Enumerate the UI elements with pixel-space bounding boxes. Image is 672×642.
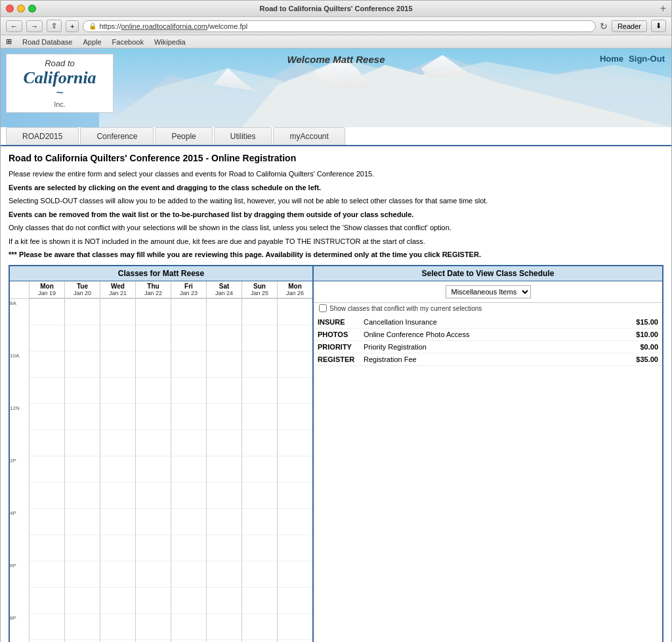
item-name-2: Priority Registration [360, 341, 599, 353]
time-blank-5 [10, 535, 29, 561]
time-2p: 2P [10, 456, 29, 483]
intro-line-4: Events can be removed from the wait list… [9, 209, 663, 220]
class-panel: Select Date to View Class Schedule Misce… [314, 265, 663, 642]
add-tab-button[interactable]: + [66, 20, 79, 32]
page-content: Road to California ~ Inc. [1, 49, 671, 642]
tab-myaccount[interactable]: myAccount [273, 127, 345, 145]
bookmarks-bar: ⊞ Road Database Apple Facebook Wikipedia [1, 35, 671, 49]
share-button[interactable]: ⇧ [47, 20, 62, 32]
new-tab-button[interactable]: + [660, 3, 666, 14]
item-name-3: Registration Fee [360, 353, 599, 366]
header-nav-right: Home Sign-Out [600, 54, 665, 64]
reload-button[interactable]: ↻ [600, 21, 608, 31]
time-blank-1 [10, 325, 29, 351]
misc-item-1: PHOTOS Online Conference Photo Access $1… [314, 329, 662, 341]
item-name-0: Cancellation Insurance [360, 316, 599, 329]
tab-people[interactable]: People [155, 127, 212, 145]
grid-col-4[interactable] [171, 299, 207, 642]
grid-col-3[interactable] [136, 299, 171, 642]
home-nav-link[interactable]: Home [600, 54, 623, 64]
address-text: https://online.roadtocalifornia.com/welc… [99, 22, 247, 30]
ssl-lock-icon: 🔒 [89, 22, 96, 30]
bookmarks-icon: ⊞ [6, 37, 12, 46]
bookmark-road-database[interactable]: Road Database [22, 38, 72, 46]
grid-col-6[interactable] [242, 299, 278, 642]
reader-button[interactable]: Reader [612, 20, 647, 32]
maximize-button[interactable] [28, 5, 36, 12]
time-blank-6 [10, 588, 29, 614]
time-12n: 12N [10, 404, 29, 430]
misc-item-0: INSURE Cancellation Insurance $15.00 [314, 316, 662, 329]
time-4p: 4P [10, 509, 29, 535]
conflict-label: Show classes that conflict with my curre… [329, 305, 482, 312]
conflict-row: Show classes that conflict with my curre… [314, 303, 662, 316]
day-header-5: Sat Jan 24 [207, 281, 242, 298]
bookmark-wikipedia[interactable]: Wikipedia [154, 38, 186, 46]
item-price-3: $35.00 [599, 353, 662, 366]
conflict-checkbox[interactable] [319, 304, 327, 312]
day-header-1: Tue Jan 20 [65, 281, 100, 298]
schedule-grid [30, 299, 312, 642]
item-code-1: PHOTOS [314, 329, 360, 341]
day-header-4: Fri Jan 23 [171, 281, 207, 298]
header-welcome: Welcome Matt Reese [287, 54, 385, 65]
item-code-2: PRIORITY [314, 341, 360, 353]
logo-road-text: Road to [13, 58, 106, 68]
toolbar: ← → ⇧ + 🔒 https://online.roadtocaliforni… [1, 17, 671, 35]
mountain-svg [99, 49, 671, 127]
close-button[interactable] [6, 5, 14, 12]
back-button[interactable]: ← [6, 20, 22, 32]
header-mountain [99, 49, 671, 127]
page-title: Road to California Quilters' Conference … [9, 153, 663, 163]
title-bar: Road to California Quilters' Conference … [1, 1, 671, 17]
tab-road2015[interactable]: ROAD2015 [6, 127, 79, 145]
item-code-0: INSURE [314, 316, 360, 329]
item-price-0: $15.00 [599, 316, 662, 329]
time-10a: 10A [10, 351, 29, 378]
header-logo: Road to California ~ Inc. [1, 49, 119, 118]
grid-col-2[interactable] [100, 299, 136, 642]
date-select[interactable]: Miscellaneous Items [446, 285, 531, 298]
site-header: Road to California ~ Inc. [1, 49, 671, 127]
item-price-1: $10.00 [599, 329, 662, 341]
day-header-6: Sun Jan 25 [242, 281, 278, 298]
time-labels: 8A 10A 12N 2P 4P 6P 8P [10, 299, 30, 642]
intro-line-3: Selecting SOLD-OUT classes will allow yo… [9, 195, 663, 207]
signout-nav-link[interactable]: Sign-Out [629, 54, 665, 64]
grid-col-0[interactable] [30, 299, 65, 642]
bookmark-apple[interactable]: Apple [83, 38, 101, 46]
time-header-spacer [10, 281, 30, 298]
time-blank-3 [10, 430, 29, 456]
intro-line-2: Events are selected by clicking on the e… [9, 182, 663, 193]
intro-line-1: Please review the entire form and select… [9, 169, 663, 180]
grid-col-1[interactable] [65, 299, 100, 642]
minimize-button[interactable] [17, 5, 25, 12]
misc-item-2: PRIORITY Priority Registration $0.00 [314, 341, 662, 353]
window-buttons [6, 5, 36, 12]
tab-utilities[interactable]: Utilities [214, 127, 272, 145]
grid-col-7[interactable] [278, 299, 312, 642]
item-price-2: $0.00 [599, 341, 662, 353]
nav-tabs: ROAD2015 Conference People Utilities myA… [1, 127, 671, 146]
tab-conference[interactable]: Conference [80, 127, 154, 145]
class-panel-title: Select Date to View Class Schedule [314, 266, 662, 281]
misc-item-3: REGISTER Registration Fee $35.00 [314, 353, 662, 366]
time-blank-4 [10, 483, 29, 509]
grid-col-5[interactable] [207, 299, 242, 642]
two-col-layout: Classes for Matt Reese Mon Jan 19 Tue Ja… [9, 265, 663, 642]
time-8a: 8A [10, 299, 29, 325]
class-date-row: Miscellaneous Items [314, 281, 662, 303]
day-header-0: Mon Jan 19 [30, 281, 65, 298]
schedule-title: Classes for Matt Reese [10, 266, 312, 281]
window-title: Road to California Quilters' Conference … [259, 5, 412, 12]
schedule-panel: Classes for Matt Reese Mon Jan 19 Tue Ja… [9, 265, 314, 642]
time-blank-2 [10, 378, 29, 404]
item-name-1: Online Conference Photo Access [360, 329, 599, 341]
day-headers: Mon Jan 19 Tue Jan 20 Wed Jan 21 Thu [10, 281, 312, 299]
time-6p: 6P [10, 561, 29, 588]
downloads-button[interactable]: ⬇ [651, 20, 666, 32]
address-bar[interactable]: 🔒 https://online.roadtocalifornia.com/we… [83, 20, 595, 32]
browser-frame: Road to California Quilters' Conference … [0, 0, 672, 642]
forward-button[interactable]: → [26, 20, 43, 32]
bookmark-facebook[interactable]: Facebook [112, 38, 144, 46]
